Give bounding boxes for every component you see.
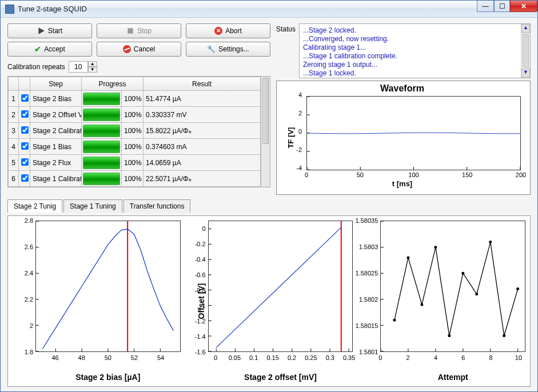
progress-bar xyxy=(83,125,120,137)
app-icon xyxy=(5,5,14,14)
table-row[interactable]: 3 Stage 2 Calibrat 100% 15.8022 µA/Φₒ xyxy=(9,123,261,139)
tab-stage1-tuning[interactable]: Stage 1 Tuning xyxy=(63,199,122,213)
svg-point-59 xyxy=(462,272,465,275)
svg-point-55 xyxy=(407,256,410,259)
spinner-down[interactable]: ▼ xyxy=(88,67,97,73)
status-log[interactable]: ...Stage 2 locked....Converged, now rese… xyxy=(299,23,531,78)
calib-repeats-spinner[interactable]: ▲ ▼ xyxy=(69,61,97,73)
check-icon: ✔ xyxy=(34,45,41,54)
waveform-chart: Waveform TF [V] -4-2024 050100150200 t [… xyxy=(276,81,531,195)
row-checkbox[interactable] xyxy=(21,126,29,134)
progress-bar xyxy=(83,173,120,185)
waveform-title: Waveform xyxy=(279,83,525,94)
accept-button[interactable]: ✔ Accept xyxy=(7,42,92,57)
table-row[interactable]: 5 Stage 2 Flux 100% 14.0659 µA xyxy=(9,155,261,171)
progress-bar xyxy=(83,93,120,105)
abort-icon: ✕ xyxy=(214,27,222,35)
table-row[interactable]: 2 Stage 2 Offset V 100% 0.330337 mV xyxy=(9,107,261,123)
svg-marker-0 xyxy=(38,27,45,34)
col-step[interactable]: Step xyxy=(30,77,82,91)
row-checkbox[interactable] xyxy=(21,110,29,118)
tuning-charts: TF amplitude [V] 1.822.22.42.62.8 464850… xyxy=(7,215,531,387)
calib-repeats-input[interactable] xyxy=(69,61,88,73)
svg-point-57 xyxy=(435,246,437,249)
table-row[interactable]: 1 Stage 2 Bias 100% 51.4774 µA xyxy=(9,91,261,107)
tab-transfer-functions[interactable]: Transfer functions xyxy=(123,199,191,213)
status-label: Status xyxy=(276,23,296,78)
titlebar[interactable]: Tune 2-stage SQUID — ☐ ✕ xyxy=(1,1,537,18)
abort-button[interactable]: ✕ Abort xyxy=(186,23,270,38)
cancel-button[interactable]: Cancel xyxy=(97,42,181,57)
svg-point-60 xyxy=(476,293,479,295)
cancel-icon xyxy=(123,45,131,53)
bias-chart: TF amplitude [V] 1.822.22.42.62.8 464850… xyxy=(13,221,181,382)
svg-point-56 xyxy=(421,303,424,306)
row-checkbox[interactable] xyxy=(21,174,29,182)
calib-repeats-label: Calibration repeats xyxy=(7,63,65,71)
window-title: Tune 2-stage SQUID xyxy=(18,5,477,13)
play-icon xyxy=(37,27,45,35)
progress-bar xyxy=(83,109,120,121)
minimize-button[interactable]: — xyxy=(477,1,494,12)
app-window: Tune 2-stage SQUID — ☐ ✕ Start Stop xyxy=(0,0,538,392)
svg-point-58 xyxy=(448,334,451,337)
svg-point-62 xyxy=(503,334,506,337)
table-scrollbar[interactable] xyxy=(261,77,270,187)
svg-point-54 xyxy=(393,319,396,322)
steps-table: Step Progress Result 1 Stage 2 Bias 100%… xyxy=(8,77,261,187)
close-button[interactable]: ✕ xyxy=(510,1,537,12)
progress-bar xyxy=(83,157,120,169)
table-row[interactable]: 4 Stage 1 Bias 100% 0.374603 mA xyxy=(9,139,261,155)
tab-stage2-tuning[interactable]: Stage 2 Tunig xyxy=(7,199,62,213)
row-checkbox[interactable] xyxy=(21,142,29,150)
col-result[interactable]: Result xyxy=(144,77,261,91)
svg-rect-1 xyxy=(127,28,133,33)
wrench-icon: 🔧 xyxy=(207,45,216,53)
offset-chart: Offset [V] -1.6-1.4-1.2-1-0.8-0.6-0.4-0.… xyxy=(185,221,353,382)
col-progress[interactable]: Progress xyxy=(82,77,144,91)
spinner-up[interactable]: ▲ xyxy=(88,61,97,67)
row-checkbox[interactable] xyxy=(21,158,29,166)
tabs: Stage 2 Tunig Stage 1 Tuning Transfer fu… xyxy=(7,199,531,213)
stop-icon xyxy=(126,27,134,35)
svg-point-63 xyxy=(517,287,520,290)
stop-button[interactable]: Stop xyxy=(97,23,181,38)
maximize-button[interactable]: ☐ xyxy=(494,1,510,12)
settings-button[interactable]: 🔧 Settings... xyxy=(186,42,270,57)
attempt-chart: Calibration [V/Φₒ] 1.58011.580151.58021.… xyxy=(357,221,525,382)
waveform-xlabel: t [ms] xyxy=(279,179,525,188)
progress-bar xyxy=(83,141,120,153)
table-row[interactable]: 6 Stage 1 Calibrat 100% 22.5071 µA/Φₒ xyxy=(9,171,261,187)
svg-point-61 xyxy=(489,241,492,243)
status-scrollbar[interactable]: ▲▼ xyxy=(521,24,530,78)
row-checkbox[interactable] xyxy=(21,94,29,102)
start-button[interactable]: Start xyxy=(7,23,92,38)
